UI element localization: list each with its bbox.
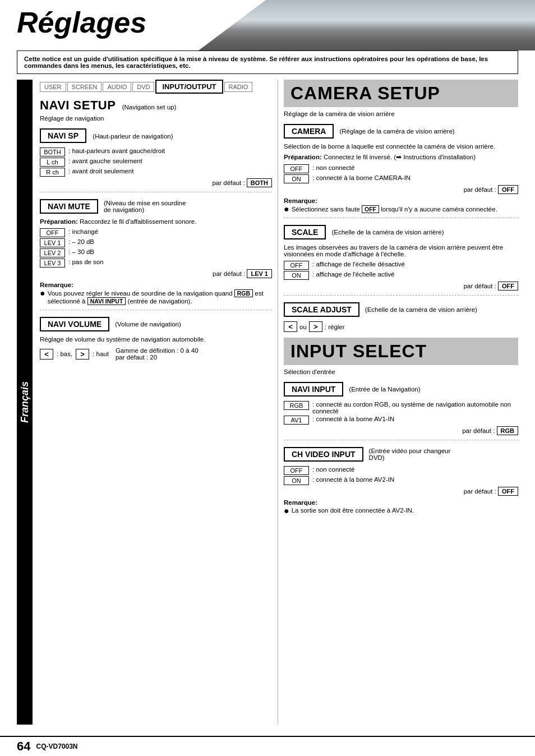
tab-screen[interactable]: SCREEN [67, 82, 102, 92]
arrow-left-label: : bas, [57, 351, 72, 357]
navi-volume-section: NAVI VOLUME (Volume de navigation) Régla… [40, 315, 272, 361]
divider-4 [284, 295, 518, 296]
scale-on-desc: : affichage de l'échelle activé [312, 271, 518, 278]
scale-default-row: par défaut : OFF [284, 282, 518, 291]
arrow-right-btn[interactable]: > [76, 349, 89, 359]
scale-label: SCALE [284, 225, 326, 239]
ch-video-default-value: OFF [498, 487, 518, 496]
arrow-right-label: : haut [93, 351, 109, 357]
camera-setup-header: CAMERA SETUP [284, 80, 518, 107]
navi-mute-prep: Préparation: Raccordez le fil d'affaibli… [40, 218, 272, 225]
navi-input-av1-desc: : connecté à la borne AV1-IN [312, 416, 518, 422]
scale-on-key: ON [284, 271, 309, 280]
ch-video-input-label: CH VIDEO INPUT [284, 447, 363, 462]
rgb-inline-box: RGB [234, 289, 253, 297]
scale-subtitle: (Echelle de la caméra de vision arrière) [331, 229, 444, 236]
camera-setup-title: CAMERA SETUP [290, 83, 440, 103]
camera-remarque-title: Remarque: [284, 197, 518, 204]
scale-adjust-section: SCALE ADJUST (Echelle de la caméra de vi… [284, 300, 518, 332]
ch-video-default-row: par défaut : OFF [284, 487, 518, 496]
navi-input-option-rgb: RGB : connecté au cordon RGB, ou système… [284, 401, 518, 414]
scale-off-desc: : affichage de l'échelle désactivé [312, 261, 518, 268]
navi-sp-both-key: BOTH [40, 147, 65, 156]
divider-2 [40, 310, 272, 310]
navi-sp-default-value: BOTH [247, 178, 272, 187]
camera-on-key: ON [284, 174, 309, 183]
sidebar-language: Français [17, 80, 33, 725]
scale-adjust-left-btn[interactable]: < [284, 321, 297, 332]
camera-setup-desc: Réglage de la caméra de vision arrière [284, 110, 518, 117]
arrow-left-btn[interactable]: < [40, 349, 53, 359]
navi-sp-default-label: par défaut : [212, 179, 246, 186]
camera-connection-desc: Sélection de la borne à laquelle est con… [284, 143, 518, 150]
navi-volume-arrows: < : bas, > : haut [40, 349, 109, 359]
navi-input-default-value: RGB [497, 426, 518, 435]
navi-volume-gamme: Gamme de définition : 0 à 40par défaut :… [116, 347, 199, 361]
ch-video-option-off: OFF : non connecté [284, 466, 518, 475]
navi-mute-remarque-title: Remarque: [40, 282, 272, 288]
camera-subtitle: (Réglage de la caméra de vision arrière) [339, 128, 454, 135]
navi-sp-option-both: BOTH : haut-parleurs avant gauche/droit [40, 147, 272, 156]
navi-mute-default-value: LEV 1 [247, 269, 272, 278]
ch-video-remarque-text: La sortie son doit être connectée à AV2-… [292, 507, 414, 514]
camera-label: CAMERA [284, 124, 334, 139]
footer-model: CQ-VD7003N [36, 743, 77, 750]
footer-page-number: 64 [17, 739, 30, 754]
navi-mute-option-lev1: LEV 1 : – 20 dB [40, 238, 272, 247]
ch-video-option-on: ON : connecté à la borne AV2-IN [284, 476, 518, 485]
camera-on-desc: : connecté à la borne CAMERA-IN [312, 174, 518, 181]
navi-input-default-label: par défaut : [462, 427, 496, 434]
scale-adjust-ou: ou [299, 324, 307, 330]
ch-video-default-label: par défaut : [464, 488, 498, 495]
navi-mute-option-lev3: LEV 3 : pas de son [40, 259, 272, 268]
navi-input-option-av1: AV1 : connecté à la borne AV1-IN [284, 416, 518, 425]
navi-mute-option-off: OFF : inchangé [40, 228, 272, 237]
navi-mute-label: NAVI MUTE [40, 199, 98, 214]
navi-mute-lev3-key: LEV 3 [40, 259, 65, 268]
navi-input-label: NAVI INPUT [284, 382, 343, 397]
tab-dvd[interactable]: DVD [132, 82, 154, 92]
input-select-desc: Sélection d'entrée [284, 368, 518, 375]
input-select-title: INPUT SELECT [290, 341, 427, 361]
camera-default-row: par défaut : OFF [284, 185, 518, 194]
right-column: CAMERA SETUP Réglage de la caméra de vis… [278, 80, 524, 725]
page-header: Réglages [0, 0, 535, 50]
tab-radio[interactable]: RADIO [224, 82, 253, 92]
navi-mute-remarque: Remarque: ● Vous pouvez régler le niveau… [40, 282, 272, 305]
navi-input-rgb-key: RGB [284, 401, 309, 410]
navi-volume-desc: Réglage de volume du système de navigati… [40, 336, 272, 343]
navi-mute-lev2-key: LEV 2 [40, 248, 65, 257]
navi-setup-subtitle: (Navigation set up) [122, 104, 177, 110]
ch-video-remarque-title: Remarque: [284, 499, 518, 506]
navi-mute-lev2-desc: : – 30 dB [68, 248, 272, 255]
scale-default-value: OFF [498, 282, 518, 291]
navi-mute-off-desc: : inchangé [68, 228, 272, 235]
page-title: Réglages [17, 6, 146, 39]
navi-sp-both-desc: : haut-parleurs avant gauche/droit [68, 147, 272, 154]
ch-video-on-key: ON [284, 476, 309, 485]
navi-setup-desc: Réglage de navigation [40, 115, 272, 122]
navi-mute-remarque-bullet: ● Vous pouvez régler le niveau de sourdi… [40, 289, 272, 305]
scale-adjust-right-btn[interactable]: > [309, 321, 322, 332]
page-footer: 64 CQ-VD7003N [0, 736, 535, 756]
camera-option-on: ON : connecté à la borne CAMERA-IN [284, 174, 518, 183]
tab-user[interactable]: USER [40, 82, 66, 92]
scale-option-on: ON : affichage de l'échelle activé [284, 271, 518, 280]
scale-option-off: OFF : affichage de l'échelle désactivé [284, 261, 518, 270]
divider-5 [284, 440, 518, 440]
tab-audio[interactable]: AUDIO [103, 82, 131, 92]
navi-sp-label: NAVI SP [40, 128, 86, 143]
tab-input-output[interactable]: INPUT/OUTPUT [155, 80, 223, 94]
ch-video-off-key: OFF [284, 466, 309, 475]
divider-1 [40, 192, 272, 192]
navi-mute-lev1-key: LEV 1 [40, 238, 65, 247]
scale-adjust-subtitle: (Echelle de la caméra de vision arrière) [365, 306, 477, 313]
navi-mute-lev1-desc: : – 20 dB [68, 238, 272, 245]
navi-volume-subtitle: (Volume de navigation) [115, 321, 181, 328]
camera-option-off: OFF : non connecté [284, 164, 518, 173]
divider-3 [284, 218, 518, 218]
left-column: USER SCREEN AUDIO DVD INPUT/OUTPUT RADIO… [37, 80, 278, 725]
navi-mute-lev3-desc: : pas de son [68, 259, 272, 265]
navi-volume-label: NAVI VOLUME [40, 317, 109, 331]
navi-input-section: NAVI INPUT (Entrée de la Navigation) RGB… [284, 380, 518, 435]
